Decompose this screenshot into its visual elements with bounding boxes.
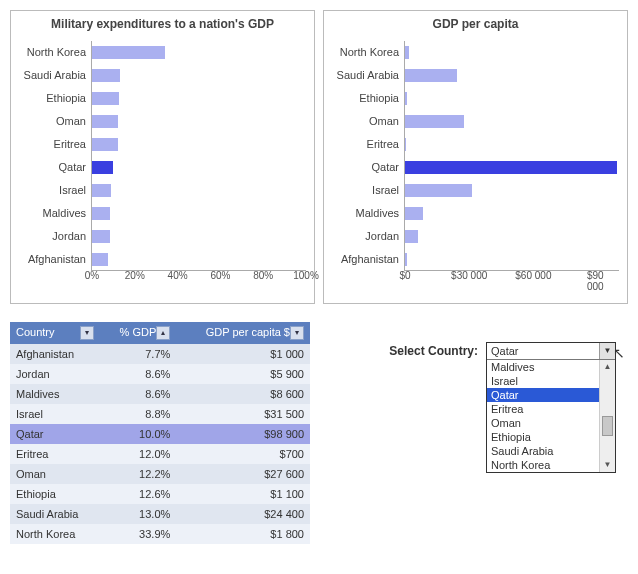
bar-row: Maldives	[405, 202, 619, 225]
dropdown-option[interactable]: Eritrea	[487, 402, 615, 416]
cell-pct: 33.9%	[100, 524, 176, 544]
bar-row: Eritrea	[405, 133, 619, 156]
dropdown-current-value[interactable]: Qatar ▼ ↖	[487, 343, 615, 360]
bar	[92, 115, 118, 128]
dropdown-option[interactable]: North Korea	[487, 458, 615, 472]
bar-label: Saudi Arabia	[24, 64, 86, 87]
chart-military-gdp: Military expenditures to a nation's GDP …	[10, 10, 315, 304]
bar	[405, 207, 423, 220]
dropdown-option[interactable]: Oman	[487, 416, 615, 430]
bar-label: Jordan	[52, 225, 86, 248]
bar	[92, 138, 118, 151]
cell-country: Israel	[10, 404, 100, 424]
bar	[92, 46, 165, 59]
cell-pct: 8.6%	[100, 384, 176, 404]
chevron-down-icon[interactable]: ▼	[599, 343, 615, 359]
bar	[405, 69, 457, 82]
table-row[interactable]: Oman12.2%$27 600	[10, 464, 310, 484]
cell-pct: 12.2%	[100, 464, 176, 484]
bar-row: Maldives	[92, 202, 306, 225]
dropdown-option[interactable]: Saudi Arabia	[487, 444, 615, 458]
cell-country: Saudi Arabia	[10, 504, 100, 524]
bar-label: Maldives	[356, 202, 399, 225]
cell-pct: 10.0%	[100, 424, 176, 444]
bar-row: Saudi Arabia	[92, 64, 306, 87]
axis-tick: $90 000	[587, 270, 608, 292]
bar	[92, 92, 119, 105]
bar-row: North Korea	[405, 41, 619, 64]
bar	[92, 69, 120, 82]
col-header-gdp-per-capita[interactable]: GDP per capita $ ▾	[176, 322, 310, 344]
bar-label: Ethiopia	[46, 87, 86, 110]
scrollbar[interactable]: ▲ ▼	[599, 360, 615, 472]
dropdown-option[interactable]: Qatar	[487, 388, 615, 402]
bar	[92, 207, 110, 220]
axis-tick: 40%	[168, 270, 188, 281]
chart-gdp-per-capita: GDP per capita North KoreaSaudi ArabiaEt…	[323, 10, 628, 304]
chart-plot-area: North KoreaSaudi ArabiaEthiopiaOmanEritr…	[91, 41, 306, 271]
dropdown-option[interactable]: Ethiopia	[487, 430, 615, 444]
bar-label: Eritrea	[54, 133, 86, 156]
bar-row: Jordan	[92, 225, 306, 248]
table-row[interactable]: Eritrea12.0%$700	[10, 444, 310, 464]
cell-pct: 7.7%	[100, 344, 176, 364]
bar	[92, 230, 110, 243]
cell-gdp: $1 000	[176, 344, 310, 364]
scroll-down-icon[interactable]: ▼	[600, 458, 615, 472]
col-header-country[interactable]: Country ▾	[10, 322, 100, 344]
country-dropdown[interactable]: Qatar ▼ ↖ MaldivesIsraelQatarEritreaOman…	[486, 342, 616, 473]
filter-dropdown-icon[interactable]: ▾	[80, 326, 94, 340]
bar-label: Afghanistan	[341, 248, 399, 271]
cell-country: Maldives	[10, 384, 100, 404]
bar-label: Ethiopia	[359, 87, 399, 110]
bar-label: Israel	[372, 179, 399, 202]
bar	[405, 138, 406, 151]
bar-row: Afghanistan	[92, 248, 306, 271]
cell-country: Jordan	[10, 364, 100, 384]
filter-dropdown-icon[interactable]: ▾	[290, 326, 304, 340]
table-row[interactable]: Jordan8.6%$5 900	[10, 364, 310, 384]
table-row[interactable]: Maldives8.6%$8 600	[10, 384, 310, 404]
scrollbar-thumb[interactable]	[602, 416, 613, 436]
bar-row: Oman	[405, 110, 619, 133]
bar-label: Qatar	[371, 156, 399, 179]
dropdown-option[interactable]: Israel	[487, 374, 615, 388]
axis-tick: $60 000	[515, 270, 551, 281]
cell-gdp: $5 900	[176, 364, 310, 384]
bar	[405, 46, 409, 59]
sort-asc-icon[interactable]: ▴	[156, 326, 170, 340]
dropdown-option[interactable]: Maldives	[487, 360, 615, 374]
cell-gdp: $98 900	[176, 424, 310, 444]
scroll-up-icon[interactable]: ▲	[600, 360, 615, 374]
axis-tick: $30 000	[451, 270, 487, 281]
table-row[interactable]: Afghanistan7.7%$1 000	[10, 344, 310, 364]
bar-row: Qatar	[405, 156, 619, 179]
axis-tick: 20%	[125, 270, 145, 281]
select-country-label: Select Country:	[389, 344, 478, 358]
bar	[405, 253, 407, 266]
bar-label: Israel	[59, 179, 86, 202]
cell-country: Eritrea	[10, 444, 100, 464]
table-row[interactable]: Qatar10.0%$98 900	[10, 424, 310, 444]
table-row[interactable]: North Korea33.9%$1 800	[10, 524, 310, 544]
col-header-pct-gdp[interactable]: % GDP ▴	[100, 322, 176, 344]
cell-gdp: $31 500	[176, 404, 310, 424]
bar-row: Israel	[405, 179, 619, 202]
bar	[405, 230, 418, 243]
cell-gdp: $8 600	[176, 384, 310, 404]
cell-pct: 12.0%	[100, 444, 176, 464]
axis-tick: $0	[399, 270, 410, 281]
cell-pct: 12.6%	[100, 484, 176, 504]
cell-gdp: $24 400	[176, 504, 310, 524]
chart-title: GDP per capita	[332, 17, 619, 31]
table-row[interactable]: Saudi Arabia13.0%$24 400	[10, 504, 310, 524]
bar-label: North Korea	[340, 41, 399, 64]
cell-country: Ethiopia	[10, 484, 100, 504]
cell-gdp: $27 600	[176, 464, 310, 484]
table-row[interactable]: Ethiopia12.6%$1 100	[10, 484, 310, 504]
bar	[92, 161, 113, 174]
table-row[interactable]: Israel8.8%$31 500	[10, 404, 310, 424]
bar-label: North Korea	[27, 41, 86, 64]
bar-row: Afghanistan	[405, 248, 619, 271]
bar-label: Oman	[369, 110, 399, 133]
